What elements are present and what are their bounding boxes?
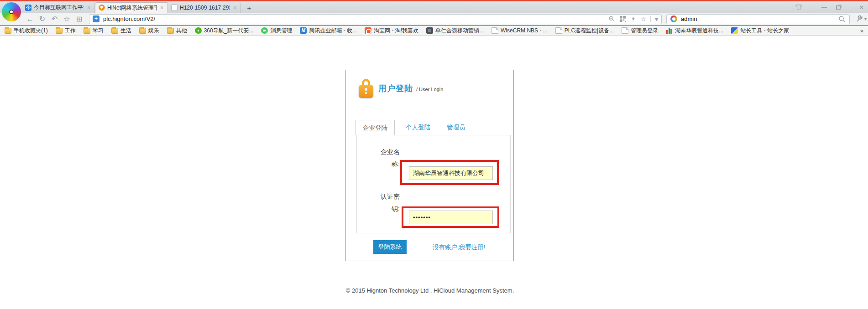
browser-pinwheel-logo[interactable]: [2, 2, 21, 21]
page-icon: [622, 27, 628, 34]
address-bar[interactable]: + plc.hignton.com/V2/ ☆ ▾: [89, 14, 662, 24]
bookmark-item[interactable]: 湖南华辰智通科技...: [666, 27, 723, 35]
bookmark-label: PLC远程监控|设备...: [565, 27, 614, 35]
chevron-down-icon: ▾: [864, 16, 867, 21]
register-link[interactable]: 没有账户,我要注册!: [433, 243, 486, 252]
login-title-zh: 用户登陆: [378, 83, 413, 94]
apps-grid-icon[interactable]: ⊞: [73, 15, 85, 23]
shirt-skin-icon[interactable]: [795, 4, 803, 11]
close-icon[interactable]: ×: [86, 5, 91, 11]
favorites-star-icon[interactable]: ☆: [61, 15, 73, 23]
tools-menu-button[interactable]: ▾: [856, 15, 867, 22]
lightning-icon[interactable]: [630, 15, 636, 22]
bookmark-folder[interactable]: 学习: [84, 27, 104, 35]
enterprise-name-field[interactable]: 湖南华辰智通科技有限公司: [409, 166, 493, 180]
bookmark-folder[interactable]: 娱乐: [139, 27, 159, 35]
bookmark-label: 360导航_新一代安...: [204, 27, 254, 35]
page-icon: [555, 27, 562, 34]
search-input[interactable]: admin: [681, 15, 838, 22]
bookmark-item[interactable]: 淘宝网 - 淘!我喜欢: [365, 27, 418, 35]
bookmark-label: 淘宝网 - 淘!我喜欢: [374, 27, 418, 35]
bookmark-label: 娱乐: [148, 27, 159, 35]
tab-enterprise-login[interactable]: 企业登陆: [356, 120, 395, 135]
undo-icon[interactable]: ↶: [48, 15, 61, 23]
auth-key-label: 认证密钥:: [378, 191, 400, 215]
bookmark-label: 湖南华辰智通科技...: [675, 27, 723, 35]
divider: [812, 4, 812, 10]
close-icon[interactable]: ×: [159, 5, 164, 11]
tab-title: 今目标互联网工作平台: [34, 4, 84, 11]
web-page-content: 用户登陆 / User Login 企业登陆 个人登陆 管理员 企业名称: 湖南…: [0, 36, 868, 308]
bookmark-item[interactable]: 360导航_新一代安...: [195, 27, 254, 35]
360-green-icon: [195, 27, 202, 34]
bookmark-folder[interactable]: 工作: [56, 27, 76, 35]
bookmark-label: 消息管理: [270, 27, 292, 35]
login-submit-button[interactable]: 登陆系统: [373, 240, 407, 254]
bookmark-star-icon[interactable]: ☆: [640, 15, 646, 23]
bookmark-label: 单仁合强移动营销...: [435, 27, 484, 35]
bookmark-label: 手机收藏夹(1): [14, 27, 48, 35]
url-text[interactable]: plc.hignton.com/V2/: [103, 15, 608, 22]
bookmark-item[interactable]: M腾讯企业邮箱 - 收...: [300, 27, 357, 35]
close-icon[interactable]: ×: [232, 5, 237, 11]
tab-jinmubiao[interactable]: 今 今目标互联网工作平台 ×: [22, 2, 95, 13]
zoom-magnifier-icon[interactable]: [608, 15, 615, 22]
bookmark-item[interactable]: 管理员登录: [622, 27, 658, 35]
tab-admin-login[interactable]: 管理员: [447, 120, 465, 135]
search-box[interactable]: admin: [666, 14, 850, 24]
bookmark-label: WiseCRM NBS - ...: [501, 27, 548, 34]
bookmark-label: 学习: [93, 27, 104, 35]
search-engine-q-icon[interactable]: [670, 15, 677, 22]
bookmark-item[interactable]: 消息管理: [261, 27, 292, 35]
page-icon: [492, 27, 498, 34]
login-title-en: / User Login: [416, 87, 443, 92]
taobao-icon: [365, 27, 371, 34]
addressbar-actions: ☆ ▾: [608, 15, 658, 23]
qr-code-icon[interactable]: [619, 15, 626, 22]
folder-icon: [5, 28, 11, 34]
browser-window: 今 今目标互联网工作平台 × HiNet网络系统管理平台 × H120-1509…: [0, 0, 868, 308]
folder-icon: [139, 28, 146, 34]
bookmark-item[interactable]: PLC远程监控|设备...: [555, 27, 614, 35]
jin-blue-icon: 今: [25, 5, 31, 11]
bookmark-label: 腾讯企业邮箱 - 收...: [309, 27, 357, 35]
auth-key-field[interactable]: •••••••: [409, 211, 493, 224]
bookmark-label: 管理员登录: [631, 27, 658, 35]
site-shield-icon: +: [93, 15, 99, 22]
refresh-icon[interactable]: ↻: [36, 15, 48, 23]
bar-chart-icon: [666, 27, 673, 34]
back-icon[interactable]: ←: [24, 15, 36, 23]
tab-hinet-active[interactable]: HiNet网络系统管理平台 ×: [95, 2, 168, 13]
bookmark-item[interactable]: WiseCRM NBS - ...: [492, 27, 548, 34]
divider: [850, 4, 850, 10]
bookmarks-overflow-chevron[interactable]: »: [860, 27, 863, 34]
divider: [650, 16, 651, 22]
folder-icon: [84, 28, 90, 34]
tab-title: HiNet网络系统管理平台: [107, 4, 157, 12]
tab-personal-login[interactable]: 个人登陆: [406, 120, 430, 135]
folder-icon: [167, 28, 174, 34]
bookmark-item[interactable]: 站长工具 - 站长之家: [731, 27, 789, 35]
login-panel: 用户登陆 / User Login 企业登陆 个人登陆 管理员 企业名称: 湖南…: [345, 70, 514, 261]
chinaz-icon: [731, 27, 738, 34]
login-header: 用户登陆 / User Login: [359, 77, 443, 99]
restore-icon[interactable]: [836, 5, 841, 10]
padlock-icon: [359, 78, 373, 98]
bookmark-folder[interactable]: 生活: [111, 27, 131, 35]
folder-icon: [111, 28, 118, 34]
close-icon[interactable]: ×: [859, 4, 863, 10]
search-icon[interactable]: [838, 15, 846, 23]
dark-site-icon: [426, 27, 433, 34]
new-tab-button[interactable]: +: [243, 4, 255, 13]
bookmark-folder[interactable]: 其他: [167, 27, 187, 35]
copyright-footer: © 2015 Hignton Technology Ltd . HiCloud …: [0, 287, 860, 294]
bookmark-folder[interactable]: 手机收藏夹(1): [5, 27, 48, 35]
chevron-down-icon[interactable]: ▾: [655, 15, 658, 23]
message-green-icon: [261, 27, 268, 34]
tab-h120[interactable]: H120-1509-1617-2932-77 ×: [168, 2, 241, 13]
folder-icon: [56, 28, 63, 34]
blank-page-icon: [171, 5, 178, 11]
bookmark-label: 站长工具 - 站长之家: [740, 27, 789, 35]
bookmark-item[interactable]: 单仁合强移动营销...: [426, 27, 484, 35]
minimize-icon[interactable]: [821, 7, 827, 8]
